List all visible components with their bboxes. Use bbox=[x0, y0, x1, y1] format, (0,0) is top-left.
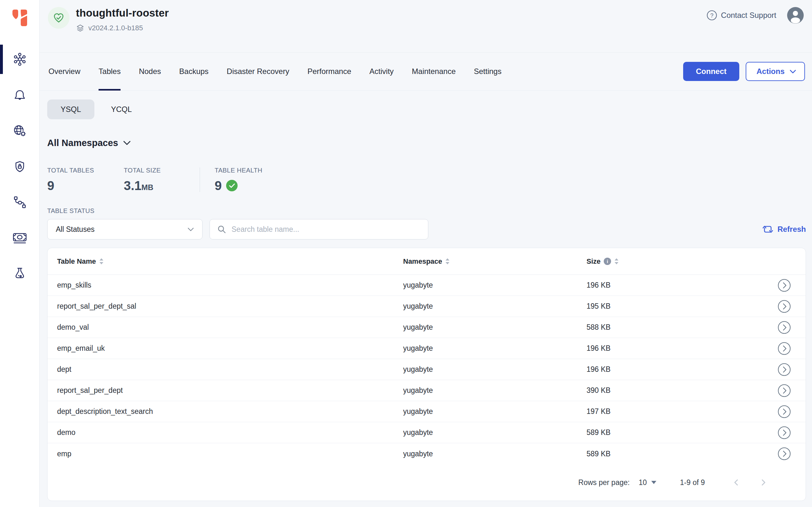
tab-label: Tables bbox=[99, 67, 120, 76]
tab-nodes[interactable]: Nodes bbox=[139, 53, 161, 90]
cell-size: 195 KB bbox=[587, 302, 764, 311]
cell-namespace: yugabyte bbox=[403, 281, 587, 289]
stat-total-size: TOTAL SIZE 3.1MB bbox=[124, 167, 200, 192]
row-detail-button[interactable] bbox=[777, 321, 791, 334]
chevron-down-icon bbox=[187, 227, 194, 231]
cell-size: 589 KB bbox=[587, 450, 764, 458]
search-input[interactable] bbox=[231, 225, 421, 234]
cell-namespace: yugabyte bbox=[403, 323, 587, 332]
sidebar-item-integrations[interactable] bbox=[0, 184, 39, 220]
sort-size-button[interactable] bbox=[614, 258, 619, 265]
tab-overview[interactable]: Overview bbox=[49, 53, 80, 90]
row-detail-button[interactable] bbox=[777, 447, 791, 460]
sidebar-item-clusters[interactable] bbox=[0, 42, 39, 77]
cluster-header: thoughtful-rooster v2024.2.1.0-b185 bbox=[40, 0, 812, 53]
stat-unit: MB bbox=[142, 183, 153, 192]
table-search bbox=[210, 219, 428, 239]
tab-label: Disaster Recovery bbox=[227, 67, 289, 76]
chevron-down-icon bbox=[123, 140, 131, 146]
table-row[interactable]: demo_val yugabyte 588 KB bbox=[48, 317, 806, 338]
table-row[interactable]: dept yugabyte 196 KB bbox=[48, 359, 806, 380]
table-row[interactable]: dept_description_text_search yugabyte 19… bbox=[48, 401, 806, 422]
stat-value: 9 bbox=[215, 179, 263, 192]
api-tab-ysql[interactable]: YSQL bbox=[47, 100, 94, 119]
namespace-dropdown-label: All Namespaces bbox=[47, 138, 118, 148]
cell-namespace: yugabyte bbox=[403, 365, 587, 374]
tab-settings[interactable]: Settings bbox=[474, 53, 502, 90]
version-row: v2024.2.1.0-b185 bbox=[76, 23, 169, 32]
sidebar-item-billing[interactable] bbox=[0, 220, 39, 256]
tab-tables[interactable]: Tables bbox=[99, 53, 120, 90]
table-row[interactable]: emp_email_uk yugabyte 196 KB bbox=[48, 338, 806, 359]
pagination: Rows per page: 10 1-9 of 9 bbox=[48, 464, 806, 501]
api-tab-ycql[interactable]: YCQL bbox=[98, 100, 145, 119]
money-icon bbox=[12, 231, 27, 245]
nav-buttons: Connect Actions bbox=[683, 62, 805, 81]
cell-size: 196 KB bbox=[587, 365, 764, 374]
actions-label: Actions bbox=[757, 67, 784, 76]
cell-namespace: yugabyte bbox=[403, 407, 587, 416]
yugabyte-logo-icon[interactable] bbox=[11, 9, 28, 27]
row-detail-button[interactable] bbox=[777, 384, 791, 397]
tab-maintenance[interactable]: Maintenance bbox=[412, 53, 455, 90]
row-detail-button[interactable] bbox=[777, 363, 791, 376]
row-detail-button[interactable] bbox=[777, 300, 791, 313]
table-row[interactable]: emp yugabyte 589 KB bbox=[48, 443, 806, 464]
main-area: thoughtful-rooster v2024.2.1.0-b185 bbox=[40, 0, 812, 507]
cell-table-name: demo_val bbox=[48, 323, 403, 332]
tab-backups[interactable]: Backups bbox=[179, 53, 209, 90]
sort-table-name-button[interactable] bbox=[99, 258, 104, 265]
tab-label: Nodes bbox=[139, 67, 161, 76]
chevron-down-icon bbox=[790, 69, 796, 74]
tab-performance[interactable]: Performance bbox=[308, 53, 351, 90]
refresh-icon bbox=[762, 224, 773, 235]
table-status-label: TABLE STATUS bbox=[47, 207, 806, 215]
namespace-dropdown[interactable]: All Namespaces bbox=[47, 138, 806, 148]
tab-label: Backups bbox=[179, 67, 209, 76]
search-icon bbox=[217, 224, 226, 234]
contact-support-button[interactable]: ? Contact Support bbox=[706, 10, 776, 21]
sidebar-item-network-access[interactable] bbox=[0, 113, 39, 149]
triangle-down-icon bbox=[651, 481, 656, 484]
sidebar-item-alerts[interactable] bbox=[0, 77, 39, 113]
svg-text:?: ? bbox=[710, 12, 713, 19]
status-select[interactable]: All Statuses bbox=[47, 219, 203, 239]
filter-row: All Statuses bbox=[47, 219, 806, 239]
sort-namespace-button[interactable] bbox=[445, 258, 450, 265]
refresh-label: Refresh bbox=[777, 225, 806, 234]
help-circle-icon: ? bbox=[706, 10, 717, 21]
tab-label: Overview bbox=[49, 67, 80, 76]
size-info-icon[interactable]: i bbox=[604, 258, 611, 265]
actions-button[interactable]: Actions bbox=[746, 62, 805, 81]
row-detail-button[interactable] bbox=[777, 279, 791, 292]
refresh-button[interactable]: Refresh bbox=[762, 224, 806, 235]
globe-gear-icon bbox=[13, 124, 27, 138]
user-avatar[interactable] bbox=[787, 7, 804, 23]
connect-button[interactable]: Connect bbox=[683, 62, 739, 81]
table-row[interactable]: report_sal_per_dept_sal yugabyte 195 KB bbox=[48, 296, 806, 317]
header-right: ? Contact Support bbox=[706, 7, 804, 23]
tab-disaster-recovery[interactable]: Disaster Recovery bbox=[227, 53, 289, 90]
previous-page-button[interactable] bbox=[732, 478, 741, 487]
sidebar-item-labs[interactable] bbox=[0, 256, 39, 291]
cluster-health-heart-icon bbox=[48, 7, 69, 29]
table-row[interactable]: demo yugabyte 589 KB bbox=[48, 422, 806, 443]
layers-icon bbox=[76, 23, 85, 32]
next-page-button[interactable] bbox=[759, 478, 767, 487]
cell-size: 588 KB bbox=[587, 323, 764, 332]
stat-label: TABLE HEALTH bbox=[215, 167, 263, 174]
cell-table-name: dept_description_text_search bbox=[48, 407, 403, 416]
table-body: emp_skills yugabyte 196 KB report_sal_pe… bbox=[48, 275, 806, 464]
row-detail-button[interactable] bbox=[777, 405, 791, 418]
tab-activity[interactable]: Activity bbox=[369, 53, 393, 90]
sidebar-item-security[interactable] bbox=[0, 149, 39, 184]
row-detail-button[interactable] bbox=[777, 342, 791, 355]
rows-per-page-select[interactable]: 10 bbox=[639, 478, 656, 487]
flask-icon bbox=[13, 267, 27, 281]
tab-label: Settings bbox=[474, 67, 502, 76]
table-row[interactable]: report_sal_per_dept yugabyte 390 KB bbox=[48, 380, 806, 401]
tables-content: YSQLYCQL All Namespaces TOTAL TABLES 9 T… bbox=[40, 91, 812, 507]
status-select-value: All Statuses bbox=[56, 225, 94, 234]
table-row[interactable]: emp_skills yugabyte 196 KB bbox=[48, 275, 806, 296]
row-detail-button[interactable] bbox=[777, 426, 791, 439]
